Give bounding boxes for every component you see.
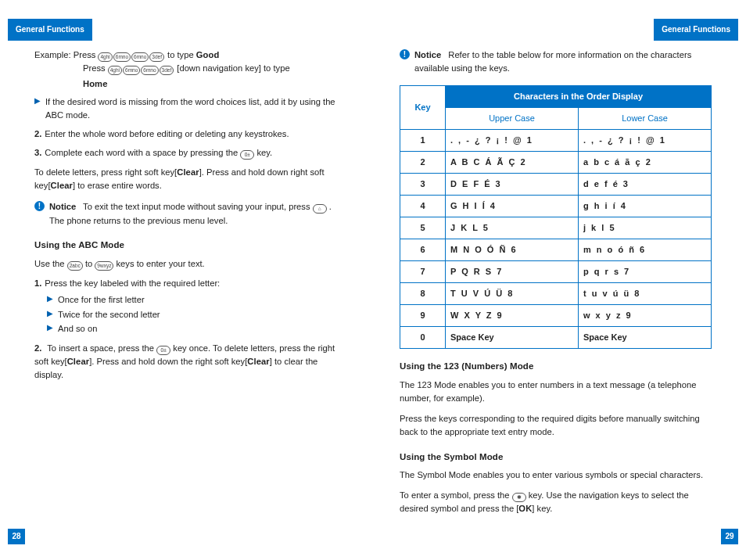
cell-lower: a b c á ã ç 2 xyxy=(579,151,712,173)
th-upper: Upper Case xyxy=(446,107,579,129)
key-icon: 6mno xyxy=(141,66,158,75)
section-tab-right: General Functions xyxy=(654,19,738,41)
list-item: ▶Once for the first letter xyxy=(47,293,346,307)
triangle-bullet-icon: ▶ xyxy=(47,294,53,307)
cell-key: 2 xyxy=(400,151,446,173)
cell-key: 3 xyxy=(400,173,446,195)
table-row: 6M N O Ó Ñ 6m n o ó ñ 6 xyxy=(400,239,712,261)
cell-lower: m n o ó ñ 6 xyxy=(579,239,712,261)
heading-symbol-mode: Using the Symbol Mode xyxy=(400,451,712,465)
cell-key: 7 xyxy=(400,261,446,283)
key-icon: ✱ xyxy=(512,493,526,502)
key-icon: 3def xyxy=(149,52,164,62)
notice-label: Notice xyxy=(49,202,76,211)
cell-key: 0 xyxy=(400,327,446,349)
cell-lower: . , - ¿ ? ¡ ! @ 1 xyxy=(579,129,712,151)
key-sequence-2: 4ghi6mno6mno3def xyxy=(108,63,174,73)
cell-key: 5 xyxy=(400,217,446,239)
page-number-right: 29 xyxy=(721,529,738,544)
cell-key: 1 xyxy=(400,129,446,151)
bullet-missing-word: ▶ If the desired word is missing from th… xyxy=(34,95,346,123)
key-icon: 9wxyz xyxy=(95,261,113,271)
cell-upper: A B C Á Ã Ç 2 xyxy=(446,151,579,173)
cell-lower: Space Key xyxy=(579,327,712,349)
triangle-bullet-icon: ▶ xyxy=(34,96,41,123)
key-icon: 6mno xyxy=(123,66,140,75)
notice-label: Notice xyxy=(414,50,441,59)
notice-icon: ! xyxy=(400,49,410,59)
cell-upper: D E F É 3 xyxy=(446,173,579,195)
table-row: 5J K L 5j k l 5 xyxy=(400,217,712,239)
character-table: Key Characters in the Order Display Uppe… xyxy=(400,85,712,350)
delete-instructions: To delete letters, press right soft key[… xyxy=(34,166,346,193)
key-icon: 3def xyxy=(160,66,174,75)
key-icon: 6mno xyxy=(131,52,149,62)
table-row: 8T U V Ú Ü 8t u v ú ü 8 xyxy=(400,283,712,305)
step-3: 3.Complete each word with a space by pre… xyxy=(34,146,346,160)
key-icon: 4ghi xyxy=(108,66,122,75)
sym-p2: To enter a symbol, press the ✱ key. Use … xyxy=(400,489,712,516)
left-content: Example: Press 4ghi6mno6mno3def to type … xyxy=(34,48,346,382)
manual-spread: General Functions 28 Example: Press 4ghi… xyxy=(0,0,746,560)
num-p1: The 123 Mode enables you to enter number… xyxy=(400,379,712,406)
right-content: ! Notice Refer to the table below for mo… xyxy=(400,48,712,515)
cell-upper: W X Y Z 9 xyxy=(446,305,579,327)
example-word-2: Home xyxy=(83,77,346,91)
example-line-1: Example: Press 4ghi6mno6mno3def to type … xyxy=(34,48,346,62)
key-icon: 6mno xyxy=(113,52,131,62)
triangle-bullet-icon: ▶ xyxy=(47,309,53,321)
abc-step-1: 1.Press the key labeled with the require… xyxy=(34,277,346,336)
cell-lower: p q r s 7 xyxy=(579,261,712,283)
table-body: 1. , - ¿ ? ¡ ! @ 1. , - ¿ ? ¡ ! @ 12A B … xyxy=(400,129,712,348)
example-line-2: Press 4ghi6mno6mno3def [down navigation … xyxy=(83,62,346,75)
cell-key: 6 xyxy=(400,239,446,261)
num-p2: Press the keys corresponding to the requ… xyxy=(400,412,712,440)
abc-steps: 1.Press the key labeled with the require… xyxy=(34,277,346,382)
key-icon: ⌂ xyxy=(313,204,327,214)
notice-icon: ! xyxy=(34,201,45,211)
abc-step-2: 2. To insert a space, press the 0± key o… xyxy=(34,342,346,382)
editing-steps: 2.Enter the whole word before editing or… xyxy=(34,127,346,160)
table-row: 1. , - ¿ ? ¡ ! @ 1. , - ¿ ? ¡ ! @ 1 xyxy=(400,129,712,151)
th-lower: Lower Case xyxy=(579,107,712,129)
table-row: 9W X Y Z 9w x y z 9 xyxy=(400,305,712,327)
cell-lower: g h i í 4 xyxy=(579,195,712,217)
table-row: 4G H I Í 4g h i í 4 xyxy=(400,195,712,217)
heading-abc-mode: Using the ABC Mode xyxy=(34,239,346,253)
cell-lower: t u v ú ü 8 xyxy=(579,283,712,305)
section-tab-left: General Functions xyxy=(8,19,92,41)
table-row: 7P Q R S 7p q r s 7 xyxy=(400,261,712,283)
sym-p1: The Symbol Mode enables you to enter var… xyxy=(400,468,712,482)
cell-upper: . , - ¿ ? ¡ ! @ 1 xyxy=(446,129,579,151)
cell-upper: M N O Ó Ñ 6 xyxy=(446,239,579,261)
cell-key: 8 xyxy=(400,283,446,305)
cell-key: 4 xyxy=(400,195,446,217)
left-page: General Functions 28 Example: Press 4ghi… xyxy=(0,0,373,560)
key-icon: 4ghi xyxy=(98,52,112,62)
cell-upper: Space Key xyxy=(446,327,579,349)
cell-upper: T U V Ú Ü 8 xyxy=(446,283,579,305)
right-page: General Functions 29 ! Notice Refer to t… xyxy=(373,0,746,560)
th-title: Characters in the Order Display xyxy=(446,85,712,107)
abc-intro: Use the 2abc to 9wxyz keys to enter your… xyxy=(34,257,346,271)
cell-upper: P Q R S 7 xyxy=(446,261,579,283)
key-sequence-1: 4ghi6mno6mno3def xyxy=(98,50,164,59)
abc-sublist: ▶Once for the first letter▶Twice for the… xyxy=(47,293,346,336)
th-key: Key xyxy=(400,85,446,129)
heading-123-mode: Using the 123 (Numbers) Mode xyxy=(400,360,712,374)
cell-upper: G H I Í 4 xyxy=(446,195,579,217)
cell-lower: j k l 5 xyxy=(579,217,712,239)
table-row: 0Space KeySpace Key xyxy=(400,327,712,349)
key-icon: 0± xyxy=(156,346,170,355)
list-item: ▶Twice for the second letter xyxy=(47,308,346,321)
notice-table: ! Notice Refer to the table below for mo… xyxy=(400,48,712,76)
notice-exit-input: ! Notice To exit the text input mode wit… xyxy=(34,200,346,228)
cell-lower: w x y z 9 xyxy=(579,305,712,327)
key-icon: 2abc xyxy=(67,261,83,271)
triangle-bullet-icon: ▶ xyxy=(47,323,53,336)
cell-key: 9 xyxy=(400,305,446,327)
cell-upper: J K L 5 xyxy=(446,217,579,239)
page-number-left: 28 xyxy=(8,529,25,544)
step-2: 2.Enter the whole word before editing or… xyxy=(34,127,346,141)
list-item: ▶And so on xyxy=(47,322,346,336)
